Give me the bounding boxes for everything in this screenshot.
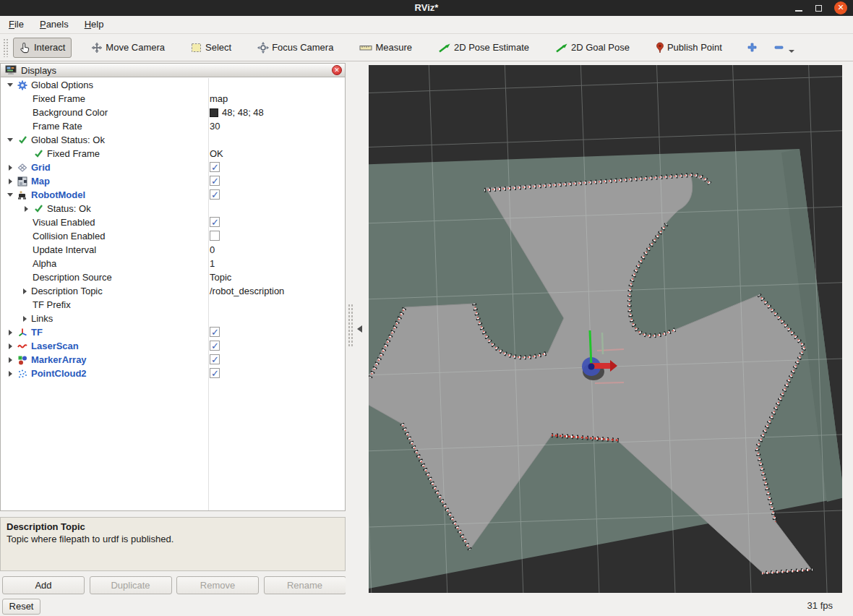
expander-closed-icon[interactable] — [21, 315, 28, 322]
splitter-collapse-arrow-icon[interactable] — [357, 325, 362, 333]
tree-row-frame-rate[interactable]: Frame Rate30 — [1, 119, 345, 133]
tree-row-alpha[interactable]: Alpha1 — [1, 257, 345, 270]
expander-open-icon[interactable] — [7, 192, 14, 199]
expander-closed-icon[interactable] — [21, 288, 28, 295]
enabled-checkbox[interactable]: ✓ — [210, 354, 220, 364]
focus-camera-icon — [257, 42, 269, 54]
tree-row-description-topic[interactable]: Description Topic/robot_description — [1, 284, 345, 298]
displays-panel-frame: Displays ✕ Global OptionsFixed FramemapB… — [0, 63, 346, 511]
duplicate-button: Duplicate — [90, 576, 172, 594]
expander-closed-icon[interactable] — [7, 343, 14, 350]
tree-row-links[interactable]: Links — [1, 312, 345, 325]
panel-splitter[interactable] — [346, 61, 369, 596]
tool-select[interactable]: Select — [184, 38, 238, 58]
tool-remove-tool-minus-icon[interactable] — [768, 38, 800, 57]
tree-row-global-options[interactable]: Global Options — [1, 78, 345, 92]
enabled-checkbox[interactable]: ✓ — [210, 162, 220, 172]
tree-row-tf[interactable]: TF✓ — [1, 325, 345, 339]
tf-axes-icon — [17, 328, 28, 338]
tool-label: Publish Point — [667, 42, 722, 53]
expander-open-icon[interactable] — [7, 82, 14, 89]
value-cell[interactable]: Topic — [210, 270, 231, 284]
expander-open-icon[interactable] — [7, 137, 14, 144]
value-cell[interactable]: /robot_description — [210, 284, 284, 298]
add-tool-plus-icon — [747, 42, 758, 53]
value-cell[interactable]: 1 — [210, 257, 215, 270]
enabled-checkbox[interactable] — [210, 231, 220, 241]
tool-interact[interactable]: Interact — [13, 38, 72, 58]
tree-row-tf-prefix[interactable]: TF Prefix — [1, 298, 345, 312]
tool-publish-point[interactable]: Publish Point — [649, 38, 729, 58]
value-cell: ✓ — [210, 215, 220, 229]
tree-row-update-interval[interactable]: Update Interval0 — [1, 243, 345, 257]
close-button[interactable]: ✕ — [834, 1, 847, 14]
value-cell[interactable]: OK — [210, 147, 223, 161]
enabled-checkbox[interactable]: ✓ — [210, 368, 220, 378]
expander-spacer — [22, 301, 30, 309]
tree-row-collision-enabled[interactable]: Collision Enabled — [1, 229, 345, 243]
menu-panels[interactable]: Panels — [33, 16, 76, 33]
menu-help[interactable]: Help — [77, 16, 111, 33]
property-label: MarkerArray — [31, 353, 87, 367]
tool-move-camera[interactable]: Move Camera — [85, 38, 171, 58]
add-button[interactable]: Add — [2, 576, 85, 594]
tool-2d-goal-pose[interactable]: 2D Goal Pose — [549, 38, 636, 58]
tree-row-status-ok[interactable]: Status: Ok — [1, 202, 345, 215]
chevron-down-icon[interactable] — [789, 50, 794, 53]
expander-closed-icon[interactable] — [7, 329, 14, 336]
enabled-checkbox[interactable]: ✓ — [210, 217, 220, 227]
toolbar-drag-handle[interactable] — [3, 38, 9, 57]
enabled-checkbox[interactable]: ✓ — [210, 176, 220, 186]
property-label: Grid — [31, 161, 51, 174]
expander-closed-icon[interactable] — [7, 356, 14, 364]
tree-row-markerarray[interactable]: MarkerArray✓ — [1, 353, 345, 367]
tree-row-robotmodel[interactable]: RobotModel✓ — [1, 188, 345, 202]
property-label: LaserScan — [31, 339, 79, 353]
value-cell[interactable]: 48; 48; 48 — [210, 106, 264, 119]
expander-closed-icon[interactable] — [7, 178, 14, 185]
expander-closed-icon[interactable] — [7, 164, 14, 171]
minimize-button[interactable] — [792, 1, 805, 14]
tree-row-left: Description Source — [22, 270, 112, 284]
enabled-checkbox[interactable]: ✓ — [210, 327, 220, 337]
value-cell[interactable]: 30 — [210, 119, 220, 133]
maximize-button[interactable] — [813, 1, 826, 14]
property-label: Fixed Frame — [33, 92, 85, 106]
tree-row-description-source[interactable]: Description SourceTopic — [1, 270, 345, 284]
tree-row-pointcloud2[interactable]: PointCloud2✓ — [1, 367, 345, 380]
expander-closed-icon[interactable] — [7, 370, 14, 377]
value-cell: ✓ — [210, 325, 220, 339]
value-cell[interactable]: map — [210, 92, 228, 106]
tree-row-left: Status: Ok — [22, 202, 91, 215]
titlebar[interactable]: RViz* ✕ — [0, 0, 853, 16]
enabled-checkbox[interactable]: ✓ — [210, 341, 220, 351]
tool-focus-camera[interactable]: Focus Camera — [251, 38, 340, 58]
tree-row-left: Frame Rate — [22, 119, 82, 133]
tool-2d-pose-estimate[interactable]: 2D Pose Estimate — [432, 38, 536, 58]
displays-panel-close-icon[interactable]: ✕ — [332, 65, 342, 75]
maximize-icon — [815, 5, 822, 12]
remove-tool-minus-icon — [773, 42, 784, 53]
tool-measure[interactable]: Measure — [353, 38, 419, 57]
property-label: TF Prefix — [33, 298, 71, 312]
menu-file[interactable]: File — [1, 16, 31, 33]
tree-row-grid[interactable]: Grid✓ — [1, 161, 345, 174]
tree-row-visual-enabled[interactable]: Visual Enabled✓ — [1, 215, 345, 229]
tree-row-fixed-frame[interactable]: Fixed Framemap — [1, 92, 345, 106]
tree-row-fixed-frame[interactable]: Fixed FrameOK — [1, 147, 345, 161]
statusbar: Reset 31 fps — [0, 596, 853, 616]
splitter-handle-dots[interactable] — [348, 304, 353, 347]
value-cell[interactable]: 0 — [210, 243, 215, 257]
reset-button[interactable]: Reset — [2, 599, 40, 615]
enabled-checkbox[interactable]: ✓ — [210, 189, 220, 200]
displays-panel-header[interactable]: Displays ✕ — [1, 64, 345, 77]
tree-row-laserscan[interactable]: LaserScan✓ — [1, 339, 345, 353]
tree-row-map[interactable]: Map✓ — [1, 174, 345, 188]
tree-row-left: Global Status: Ok — [7, 133, 105, 147]
tool-add-tool-plus-icon[interactable] — [742, 38, 763, 57]
expander-closed-icon[interactable] — [22, 205, 30, 213]
tree-row-left: TF — [7, 325, 43, 339]
3d-viewport[interactable] — [369, 65, 842, 593]
tree-row-background-color[interactable]: Background Color48; 48; 48 — [1, 106, 345, 119]
tree-row-global-status-ok[interactable]: Global Status: Ok — [1, 133, 345, 147]
